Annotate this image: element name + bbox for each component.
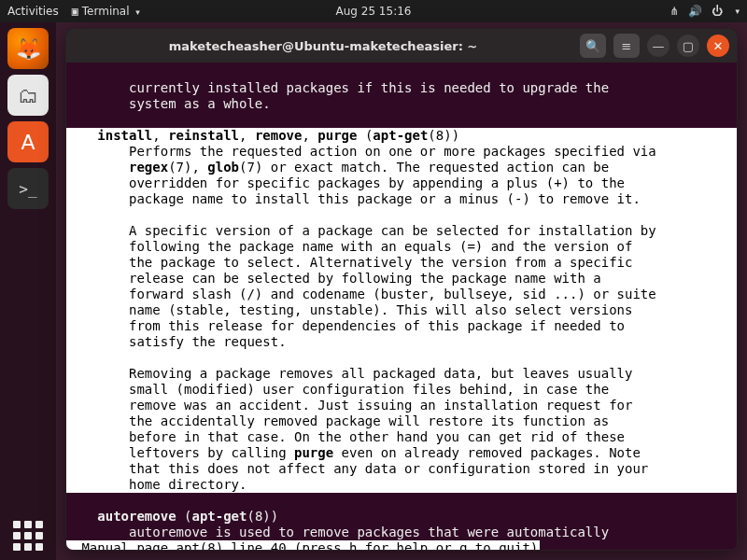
files-icon: 🗂 bbox=[18, 84, 38, 107]
close-icon: ✕ bbox=[713, 39, 724, 53]
gnome-top-bar: Activities ▣ Terminal ▾ Aug 25 15:16 ⋔ 🔊… bbox=[0, 0, 747, 22]
chevron-down-icon: ▾ bbox=[135, 7, 140, 17]
app-menu[interactable]: ▣ Terminal ▾ bbox=[72, 5, 140, 18]
app-menu-label: Terminal bbox=[82, 5, 130, 18]
manpage-text: currently installed packages if this is … bbox=[74, 80, 729, 550]
dock-item-files[interactable]: 🗂 bbox=[7, 75, 49, 116]
dock-item-terminal[interactable]: >_ bbox=[7, 168, 49, 209]
window-title: maketecheasher@Ubuntu-maketecheasier: ~ bbox=[74, 39, 572, 53]
chevron-down-icon: ▾ bbox=[735, 7, 740, 16]
minimize-icon: — bbox=[653, 39, 665, 53]
power-icon[interactable]: ⏻ bbox=[712, 5, 723, 18]
dock: 🦊 🗂 A >_ bbox=[0, 22, 56, 560]
dock-item-firefox[interactable]: 🦊 bbox=[7, 28, 49, 69]
pager-status-line: Manual page apt(8) line 40 (press h for … bbox=[66, 540, 540, 550]
activities-button[interactable]: Activities bbox=[7, 5, 59, 18]
maximize-icon: ▢ bbox=[683, 39, 694, 53]
terminal-indicator-icon: ▣ bbox=[72, 5, 78, 18]
clock[interactable]: Aug 25 15:16 bbox=[336, 5, 412, 18]
software-icon: A bbox=[21, 131, 35, 154]
network-icon[interactable]: ⋔ bbox=[669, 5, 679, 18]
show-applications-button[interactable] bbox=[0, 519, 56, 553]
terminal-window: maketecheasher@Ubuntu-maketecheasier: ~ … bbox=[65, 28, 738, 551]
minimize-button[interactable]: — bbox=[647, 35, 669, 57]
volume-icon[interactable]: 🔊 bbox=[688, 5, 702, 18]
maximize-button[interactable]: ▢ bbox=[677, 35, 699, 57]
hamburger-menu-button[interactable]: ≡ bbox=[613, 34, 640, 58]
terminal-content[interactable]: currently installed packages if this is … bbox=[66, 63, 737, 550]
search-button[interactable]: 🔍 bbox=[580, 34, 606, 58]
apps-grid-icon bbox=[11, 519, 45, 553]
close-button[interactable]: ✕ bbox=[707, 35, 729, 57]
highlighted-section: install, reinstall, remove, purge (apt-g… bbox=[66, 128, 737, 493]
dock-item-software[interactable]: A bbox=[7, 121, 49, 162]
window-titlebar: maketecheasher@Ubuntu-maketecheasier: ~ … bbox=[66, 29, 737, 63]
search-icon: 🔍 bbox=[585, 39, 600, 53]
firefox-icon: 🦊 bbox=[16, 37, 41, 61]
terminal-icon: >_ bbox=[19, 180, 36, 198]
menu-icon: ≡ bbox=[622, 39, 632, 53]
